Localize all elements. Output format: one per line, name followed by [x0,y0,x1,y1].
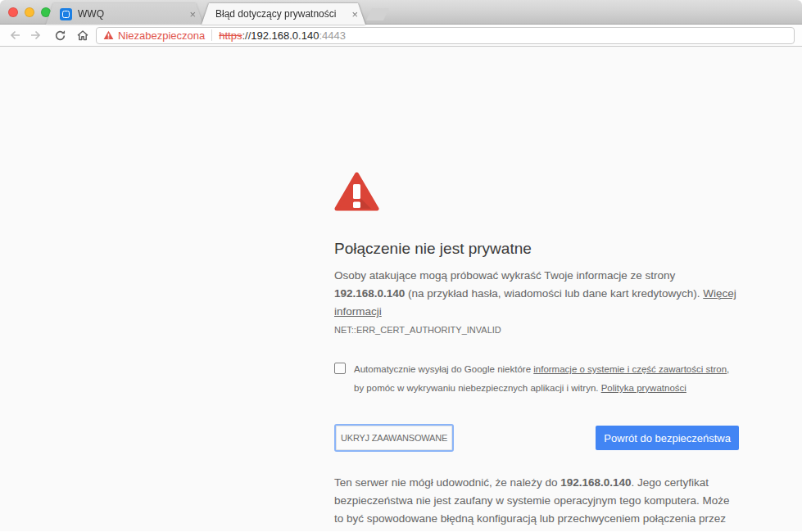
chip-divider [211,29,212,41]
address-bar[interactable]: Niezabezpieczona https://192.168.0.140:4… [96,27,795,44]
privacy-policy-link[interactable]: Polityka prywatności [601,383,686,393]
back-button[interactable] [6,25,25,45]
advanced-host: 192.168.0.140 [560,476,631,489]
ssl-interstitial: Połączenie nie jest prywatne Osoby ataku… [334,171,739,532]
intro-text: (na przykład hasła, wiadomości lub dane … [405,287,703,300]
forward-button[interactable] [25,25,45,45]
security-chip-label: Niezabezpieczona [118,29,205,42]
home-icon [76,29,89,42]
url-separator: :// [242,29,251,42]
report-label: Automatycznie wysyłaj do Google niektóre… [354,360,729,398]
browser-window: WWQ × Błąd dotyczący prywatności × [0,0,802,532]
site-favicon-icon [60,8,72,20]
page-title: Połączenie nie jest prywatne [334,238,739,259]
report-text: , [727,364,729,374]
system-info-link[interactable]: informacje o systemie i część zawartości… [533,364,727,374]
close-window-button[interactable] [8,7,18,17]
tab-bar: WWQ × Błąd dotyczący prywatności × [0,0,802,25]
url-text: https://192.168.0.140:4443 [219,29,346,42]
tab-privacy-error[interactable]: Błąd dotyczący prywatności × [202,3,365,25]
hide-advanced-button[interactable]: UKRYJ ZAAWANSOWANE [334,424,454,452]
tab-close-icon[interactable]: × [351,9,358,20]
page-content: Połączenie nie jest prywatne Osoby ataku… [0,47,802,531]
minimize-window-button[interactable] [25,7,34,17]
report-checkbox[interactable] [334,363,346,374]
tab-title: Błąd dotyczący prywatności [215,8,336,20]
action-buttons: UKRYJ ZAAWANSOWANE Powrót do bezpieczeńs… [334,423,739,453]
error-code: NET::ERR_CERT_AUTHORITY_INVALID [334,324,739,336]
tab-title: WWQ [78,8,104,20]
url-port: :4443 [319,29,346,42]
back-to-safety-button[interactable]: Powrót do bezpieczeństwa [596,426,739,450]
tab-wwq[interactable]: WWQ × [46,3,203,25]
report-row: Automatycznie wysyłaj do Google niektóre… [334,360,739,398]
report-text: by pomóc w wykrywaniu niebezpiecznych ap… [354,383,601,393]
traffic-lights [8,7,51,17]
advanced-text: Ten serwer nie mógł udowodnić, że należy… [334,476,560,489]
security-chip[interactable]: Niezabezpieczona [103,29,205,42]
intro-text: Osoby atakujące mogą próbować wykraść Tw… [334,269,675,282]
tab-wwq-shape[interactable]: WWQ × [46,3,203,25]
forward-arrow-icon [29,29,42,42]
ssl-warning-icon [334,171,379,212]
tab-close-icon[interactable]: × [189,9,196,20]
intro-host: 192.168.0.140 [334,287,405,300]
home-button[interactable] [73,25,93,45]
reload-button[interactable] [50,25,70,45]
url-host: 192.168.0.140 [251,29,319,42]
advanced-paragraph: Ten serwer nie mógł udowodnić, że należy… [334,474,739,532]
url-scheme: https [219,29,242,42]
tab-privacy-error-shape[interactable]: Błąd dotyczący prywatności × [202,3,365,25]
report-text: Automatycznie wysyłaj do Google niektóre [354,364,533,374]
insecure-warning-icon [103,30,114,40]
reload-icon [54,29,66,42]
back-arrow-icon [9,29,22,42]
toolbar: Niezabezpieczona https://192.168.0.140:4… [0,25,802,47]
intro-paragraph: Osoby atakujące mogą próbować wykraść Tw… [334,267,739,321]
new-tab-button[interactable] [366,8,389,20]
